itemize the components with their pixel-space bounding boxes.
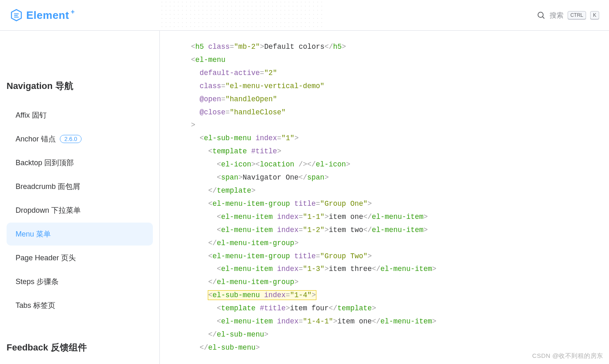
- app-header: Element + 搜索 CTRL K: [0, 0, 609, 31]
- kbd-k: K: [590, 11, 599, 19]
- search-icon: [536, 11, 545, 20]
- svg-line-1: [542, 17, 544, 19]
- sidebar-group-navigation: Navigation 导航: [7, 80, 153, 92]
- sidebar-item-label: Menu 菜单: [16, 229, 51, 239]
- sidebar-item-dropdown[interactable]: Dropdown 下拉菜单: [7, 199, 153, 222]
- sidebar: Navigation 导航 Affix 固钉 Anchor 锚点 2.6.0 B…: [0, 31, 160, 364]
- kbd-ctrl: CTRL: [568, 11, 586, 19]
- search-label: 搜索: [550, 11, 564, 20]
- logo-icon: [10, 9, 23, 22]
- sidebar-item-label: Page Header 页头: [16, 253, 76, 263]
- decorative-dots: [160, 0, 324, 31]
- watermark: CSDN @收不到租的房东: [532, 352, 603, 360]
- main-layout: Navigation 导航 Affix 固钉 Anchor 锚点 2.6.0 B…: [0, 31, 609, 364]
- sidebar-item-menu[interactable]: Menu 菜单: [7, 223, 153, 246]
- sidebar-item-backtop[interactable]: Backtop 回到顶部: [7, 151, 153, 174]
- sidebar-item-anchor[interactable]: Anchor 锚点 2.6.0: [7, 127, 153, 150]
- sidebar-group-feedback: Feedback 反馈组件: [7, 341, 153, 354]
- logo-text: Element: [26, 9, 69, 22]
- sidebar-item-page-header[interactable]: Page Header 页头: [7, 246, 153, 269]
- sidebar-item-breadcrumb[interactable]: Breadcrumb 面包屑: [7, 175, 153, 198]
- sidebar-item-label: Steps 步骤条: [16, 277, 59, 287]
- sidebar-item-affix[interactable]: Affix 固钉: [7, 104, 153, 127]
- sidebar-item-label: Anchor 锚点: [16, 134, 56, 144]
- svg-point-0: [538, 12, 543, 18]
- code-content: <h5 class="mb-2">Default colors</h5> <el…: [160, 31, 609, 364]
- sidebar-item-tabs[interactable]: Tabs 标签页: [7, 294, 153, 317]
- logo-plus: +: [71, 8, 75, 16]
- code-block[interactable]: <h5 class="mb-2">Default colors</h5> <el…: [191, 41, 609, 355]
- version-badge: 2.6.0: [60, 135, 82, 143]
- sidebar-item-label: Affix 固钉: [16, 110, 47, 120]
- logo[interactable]: Element +: [10, 9, 76, 22]
- sidebar-item-label: Dropdown 下拉菜单: [16, 205, 81, 215]
- sidebar-item-label: Tabs 标签页: [16, 300, 55, 310]
- sidebar-item-label: Backtop 回到顶部: [16, 158, 74, 168]
- sidebar-item-label: Breadcrumb 面包屑: [16, 182, 80, 191]
- sidebar-item-steps[interactable]: Steps 步骤条: [7, 270, 153, 293]
- search-button[interactable]: 搜索 CTRL K: [536, 11, 599, 20]
